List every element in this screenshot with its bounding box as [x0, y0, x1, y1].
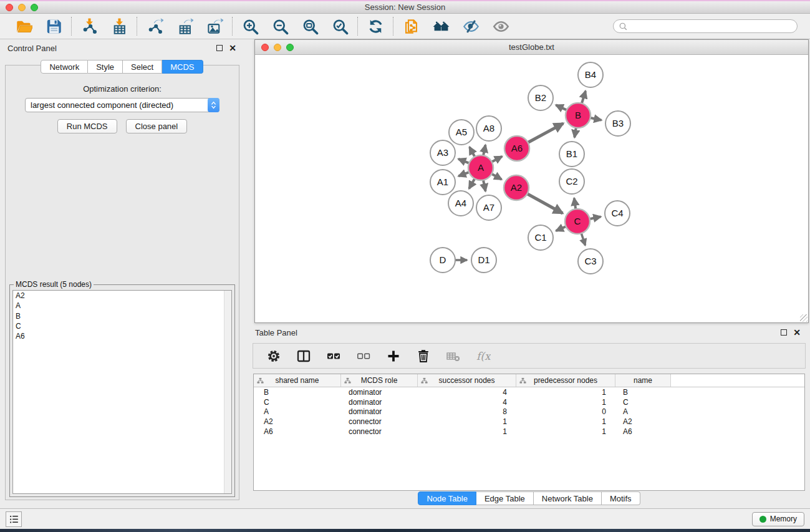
- export-network-button[interactable]: [145, 17, 164, 36]
- dropdown-stepper-icon: [208, 98, 219, 112]
- mcds-result-item[interactable]: C: [13, 321, 231, 331]
- zoom-in-button[interactable]: [241, 17, 259, 36]
- table-cell[interactable]: A2: [615, 417, 671, 426]
- refresh-view-button[interactable]: [366, 17, 385, 36]
- refresh-view-icon: [367, 18, 384, 35]
- table-cell[interactable]: connector: [341, 417, 418, 426]
- import-network-from-file-button[interactable]: [80, 17, 99, 36]
- import-table-from-file-button[interactable]: [110, 17, 128, 36]
- table-cell[interactable]: B: [615, 388, 671, 397]
- table-cell[interactable]: A2: [254, 417, 341, 426]
- table-cell[interactable]: 1: [418, 427, 516, 436]
- table-cell[interactable]: connector: [341, 427, 418, 436]
- export-image-button[interactable]: [205, 17, 224, 36]
- search-input[interactable]: [630, 22, 792, 31]
- node-label-C3: C3: [584, 256, 596, 266]
- window-titlebar: Session: New Session: [0, 0, 810, 14]
- table-row[interactable]: Cdominator41C: [254, 397, 804, 407]
- table-cell[interactable]: 1: [516, 388, 615, 397]
- control-panel-header: Control Panel ✕: [0, 39, 244, 57]
- home-button[interactable]: [432, 17, 450, 36]
- table-cell[interactable]: A6: [615, 427, 671, 436]
- zoom-fit-content-button[interactable]: [301, 17, 319, 36]
- table-cell[interactable]: dominator: [341, 388, 418, 397]
- float-panel-icon[interactable]: [216, 45, 223, 51]
- tab-network[interactable]: Network: [41, 60, 88, 74]
- table-cell[interactable]: 1: [418, 417, 516, 426]
- zoom-out-button[interactable]: [271, 17, 289, 36]
- tab-motifs[interactable]: Motifs: [602, 491, 640, 505]
- export-table-button[interactable]: [175, 17, 194, 36]
- mcds-result-item[interactable]: A6: [13, 331, 231, 341]
- save-session-button[interactable]: [44, 17, 63, 36]
- column-header-name[interactable]: name: [615, 374, 671, 387]
- table-cell[interactable]: A: [615, 407, 671, 416]
- show-graphics-details-button[interactable]: [491, 17, 510, 36]
- table-cell[interactable]: 1: [516, 427, 615, 436]
- table-cell[interactable]: dominator: [341, 407, 418, 416]
- column-header-shared-name[interactable]: shared name: [254, 374, 341, 387]
- table-cell[interactable]: 0: [516, 407, 615, 416]
- tab-mcds[interactable]: MCDS: [162, 60, 203, 74]
- split-view-button[interactable]: [293, 347, 314, 365]
- open-file-button[interactable]: [14, 17, 33, 36]
- hide-graphics-details-button[interactable]: [461, 17, 480, 36]
- close-table-panel-icon[interactable]: ✕: [793, 329, 801, 336]
- table-cell[interactable]: B: [254, 388, 341, 397]
- task-history-button[interactable]: [6, 511, 22, 527]
- node-label-A: A: [478, 162, 484, 173]
- table-cell[interactable]: A6: [254, 427, 341, 436]
- table-row[interactable]: A2connector11A2: [254, 417, 804, 427]
- table-row[interactable]: Bdominator41B: [254, 387, 804, 397]
- mcds-result-item[interactable]: A2: [13, 291, 231, 301]
- tab-network-table[interactable]: Network Table: [534, 491, 602, 505]
- mcds-result-item[interactable]: A: [13, 301, 231, 311]
- edge-A2-C[interactable]: [526, 193, 563, 213]
- tab-style[interactable]: Style: [88, 60, 123, 74]
- tab-node-table[interactable]: Node Table: [418, 491, 476, 505]
- delete-table-icon: [446, 349, 461, 364]
- column-header-predecessor-nodes[interactable]: predecessor nodes: [516, 374, 615, 387]
- close-panel-button[interactable]: Close panel: [126, 119, 188, 133]
- table-cell[interactable]: dominator: [341, 398, 418, 407]
- table-row[interactable]: Adominator80A: [254, 407, 804, 417]
- edge-C-C3[interactable]: [581, 232, 586, 245]
- unselect-all-button[interactable]: [353, 347, 374, 365]
- edge-A6-B[interactable]: [527, 123, 563, 143]
- network-canvas[interactable]: B4B2BB3A8A5A6A3B1AA1C2A2A4A7C4CC1C3DD1: [255, 55, 808, 322]
- delete-column-button[interactable]: [413, 347, 434, 365]
- column-header-successor-nodes[interactable]: successor nodes: [418, 374, 516, 387]
- tab-select[interactable]: Select: [123, 60, 162, 74]
- close-panel-icon[interactable]: ✕: [229, 45, 236, 51]
- mcds-result-item[interactable]: B: [13, 311, 231, 321]
- select-all-button[interactable]: [323, 347, 344, 365]
- network-window-titlebar[interactable]: testGlobe.txt: [255, 40, 808, 55]
- add-column-button[interactable]: [383, 347, 404, 365]
- table-settings-button[interactable]: [263, 347, 284, 365]
- resize-grip[interactable]: [800, 314, 808, 322]
- table-cell[interactable]: 4: [418, 398, 516, 407]
- table-cell[interactable]: C: [615, 398, 671, 407]
- run-mcds-button[interactable]: Run MCDS: [57, 119, 117, 133]
- table-row[interactable]: A6connector11A6: [254, 427, 804, 437]
- criterion-dropdown[interactable]: largest connected component (directed): [25, 98, 219, 112]
- table-cell[interactable]: 8: [418, 407, 516, 416]
- column-header-mcds-role[interactable]: MCDS role: [341, 374, 418, 387]
- optimization-criterion-label: Optimization criterion:: [6, 84, 239, 94]
- float-table-panel-icon[interactable]: [781, 329, 787, 336]
- network-graph[interactable]: B4B2BB3A8A5A6A3B1AA1C2A2A4A7C4CC1C3DD1: [255, 55, 808, 322]
- table-cell[interactable]: 1: [516, 398, 615, 407]
- clone-network-button[interactable]: [402, 17, 420, 36]
- table-cell[interactable]: C: [254, 398, 341, 407]
- zoom-selected-region-button[interactable]: [330, 17, 349, 36]
- result-scrollbar[interactable]: [224, 291, 231, 493]
- mcds-result-list[interactable]: A2ABCA6: [12, 290, 232, 494]
- edge-B-B4[interactable]: [581, 91, 586, 105]
- table-cell[interactable]: 1: [516, 417, 615, 426]
- memory-button[interactable]: Memory: [752, 512, 804, 526]
- table-cell[interactable]: 4: [418, 388, 516, 397]
- status-bar: Memory: [0, 508, 810, 529]
- table-cell[interactable]: A: [254, 407, 341, 416]
- tab-edge-table[interactable]: Edge Table: [476, 491, 534, 505]
- add-column-icon: [386, 349, 401, 364]
